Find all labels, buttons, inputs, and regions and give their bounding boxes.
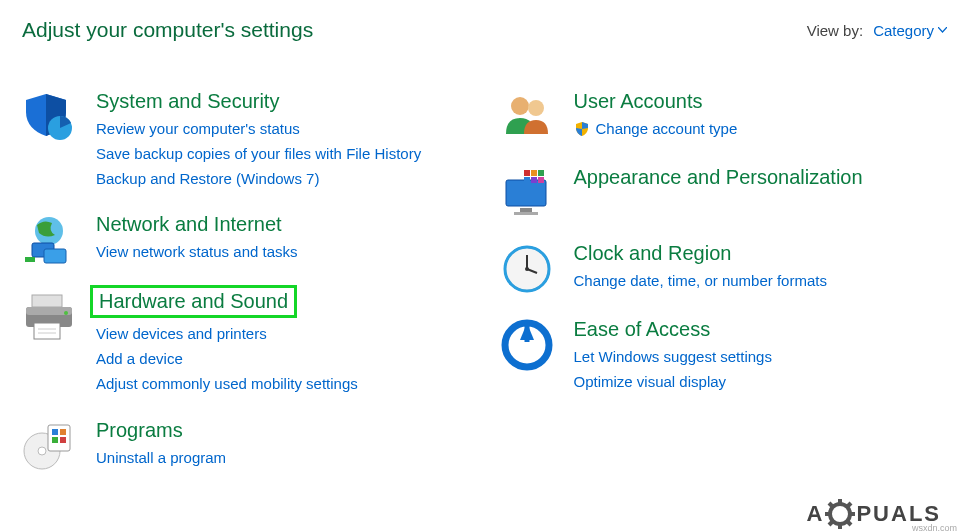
windows-suggest-link[interactable]: Let Windows suggest settings <box>574 345 904 370</box>
uac-shield-icon <box>574 121 590 137</box>
printer-icon <box>22 289 76 343</box>
review-status-link[interactable]: Review your computer's status <box>96 117 426 142</box>
svg-point-20 <box>528 100 544 116</box>
svg-point-19 <box>511 97 529 115</box>
view-by-label: View by: <box>807 22 863 39</box>
chevron-down-icon <box>938 27 947 33</box>
svg-point-35 <box>525 267 529 271</box>
change-account-type-text: Change account type <box>596 117 738 142</box>
page-title: Adjust your computer's settings <box>22 18 313 42</box>
network-internet-title[interactable]: Network and Internet <box>96 213 282 236</box>
category-appearance: Appearance and Personalization <box>500 166 948 220</box>
svg-rect-24 <box>514 212 538 215</box>
shield-chart-icon <box>22 90 76 144</box>
mobility-settings-link[interactable]: Adjust commonly used mobility settings <box>96 372 426 397</box>
svg-rect-3 <box>44 249 66 263</box>
gear-icon <box>825 499 855 529</box>
svg-line-42 <box>829 503 833 507</box>
svg-rect-9 <box>34 323 60 339</box>
appearance-title[interactable]: Appearance and Personalization <box>574 166 863 189</box>
category-hardware-sound: Hardware and Sound View devices and prin… <box>22 289 470 396</box>
watermark-pre: A <box>807 501 825 527</box>
clock-icon <box>500 242 554 296</box>
svg-line-43 <box>847 521 851 525</box>
network-globe-icon <box>22 213 76 267</box>
left-column: System and Security Review your computer… <box>22 90 470 495</box>
svg-rect-29 <box>531 177 537 183</box>
hardware-sound-title[interactable]: Hardware and Sound <box>90 285 297 318</box>
svg-line-45 <box>829 521 833 525</box>
view-by-dropdown[interactable]: Category <box>873 22 947 39</box>
svg-rect-23 <box>520 208 532 212</box>
system-security-title[interactable]: System and Security <box>96 90 279 113</box>
ease-of-access-icon <box>500 318 554 372</box>
svg-rect-4 <box>25 257 35 262</box>
svg-rect-15 <box>52 429 58 435</box>
svg-rect-14 <box>48 425 70 451</box>
attribution-text: wsxdn.com <box>912 523 957 531</box>
svg-point-46 <box>836 510 844 518</box>
svg-rect-27 <box>538 170 544 176</box>
right-column: User Accounts Change account type <box>500 90 948 495</box>
optimize-visual-link[interactable]: Optimize visual display <box>574 370 904 395</box>
add-device-link[interactable]: Add a device <box>96 347 426 372</box>
programs-title[interactable]: Programs <box>96 419 183 442</box>
svg-point-13 <box>38 447 46 455</box>
personalization-icon <box>500 166 554 220</box>
user-accounts-icon <box>500 90 554 144</box>
user-accounts-title[interactable]: User Accounts <box>574 90 703 113</box>
svg-point-8 <box>64 311 68 315</box>
category-user-accounts: User Accounts Change account type <box>500 90 948 144</box>
backup-restore-link[interactable]: Backup and Restore (Windows 7) <box>96 167 426 192</box>
category-network-internet: Network and Internet View network status… <box>22 213 470 267</box>
category-programs: Programs Uninstall a program <box>22 419 470 473</box>
svg-rect-17 <box>52 437 58 443</box>
svg-line-44 <box>847 503 851 507</box>
svg-rect-26 <box>531 170 537 176</box>
svg-rect-25 <box>524 170 530 176</box>
svg-rect-30 <box>538 177 544 183</box>
category-clock-region: Clock and Region Change date, time, or n… <box>500 242 948 296</box>
file-history-link[interactable]: Save backup copies of your files with Fi… <box>96 142 426 167</box>
svg-rect-21 <box>506 180 546 206</box>
svg-rect-28 <box>524 177 530 183</box>
clock-region-title[interactable]: Clock and Region <box>574 242 732 265</box>
svg-rect-5 <box>32 295 62 307</box>
svg-rect-16 <box>60 429 66 435</box>
network-status-link[interactable]: View network status and tasks <box>96 240 426 265</box>
date-time-formats-link[interactable]: Change date, time, or number formats <box>574 269 904 294</box>
devices-printers-link[interactable]: View devices and printers <box>96 322 426 347</box>
category-ease-of-access: Ease of Access Let Windows suggest setti… <box>500 318 948 395</box>
category-system-security: System and Security Review your computer… <box>22 90 470 191</box>
change-account-type-link[interactable]: Change account type <box>574 117 904 142</box>
view-by-control: View by: Category <box>807 22 947 39</box>
svg-rect-18 <box>60 437 66 443</box>
view-by-value: Category <box>873 22 934 39</box>
programs-disc-icon <box>22 419 76 473</box>
ease-of-access-title[interactable]: Ease of Access <box>574 318 711 341</box>
uninstall-program-link[interactable]: Uninstall a program <box>96 446 426 471</box>
